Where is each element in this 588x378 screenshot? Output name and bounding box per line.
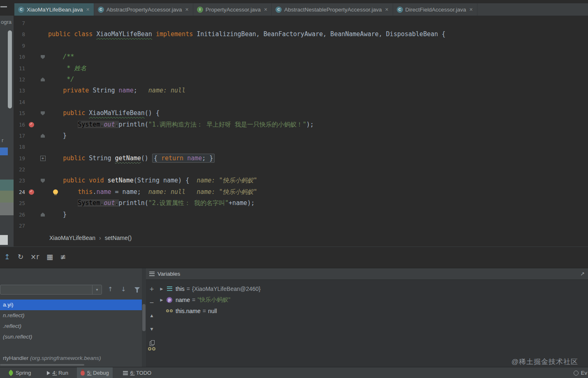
line-number[interactable]: 11	[14, 63, 25, 74]
code-line-8: 8public class XiaoMaYLifeBean implements…	[14, 29, 588, 40]
line-number[interactable]: 9	[14, 40, 25, 51]
line-number[interactable]: 18	[14, 141, 25, 152]
gutter-breakpoint-slot[interactable]	[25, 119, 37, 130]
tab-2[interactable]: CAbstractPropertyAccessor.java×	[94, 3, 193, 16]
duplicate-watch-icon[interactable]	[150, 340, 154, 346]
close-icon[interactable]: ×	[185, 7, 189, 12]
intention-bulb-icon[interactable]	[53, 189, 58, 194]
folded-code-block[interactable]: { return name; }	[152, 154, 215, 163]
move-watch-down-icon[interactable]: ▼	[150, 326, 153, 334]
frame-up-icon[interactable]: ↑	[108, 286, 113, 293]
watermark: @稀土掘金技术社区	[512, 357, 578, 366]
stack-frame-row[interactable]: rtyHandler (org.springframework.beans)	[0, 353, 142, 364]
line-number[interactable]: 12	[14, 74, 25, 85]
threads-combo[interactable]: ▼	[0, 285, 102, 295]
fold-close-icon[interactable]	[41, 77, 45, 81]
stack-frame-row[interactable]: .reflect)	[0, 321, 142, 332]
project-scrollbar-thumb[interactable]	[8, 30, 12, 108]
code-token: {	[154, 154, 161, 162]
project-selected-item-sliver[interactable]	[0, 148, 8, 155]
line-number[interactable]: 13	[14, 85, 25, 96]
clear-icon[interactable]: ×r	[30, 253, 39, 261]
layout-settings-icon[interactable]: ≢	[60, 253, 66, 261]
gutter-fold-slot[interactable]	[37, 175, 48, 186]
tab-5[interactable]: CDirectFieldAccessor.java×	[393, 3, 477, 16]
frame-down-icon[interactable]: ↓	[121, 286, 126, 293]
line-number[interactable]: 23	[14, 175, 25, 186]
line-number[interactable]: 19	[14, 153, 25, 164]
stack-frame-row[interactable]: (sun.reflect)	[0, 332, 142, 342]
line-number[interactable]: 8	[14, 29, 25, 40]
tab-4[interactable]: CAbstractNestablePropertyAccessor.java×	[272, 3, 393, 16]
chevron-down-icon[interactable]: ▼	[92, 285, 102, 294]
add-watch-icon[interactable]: +	[149, 285, 154, 293]
variable-row[interactable]: ▶this={XiaoMaYLifeBean@2460}	[157, 283, 588, 294]
expand-arrow-icon[interactable]: ▶	[157, 298, 166, 302]
line-number[interactable]: 25	[14, 198, 25, 209]
close-icon[interactable]: ×	[264, 7, 267, 12]
frames-scrollbar-thumb[interactable]	[142, 304, 146, 331]
gutter-fold-slot[interactable]	[37, 130, 48, 141]
line-number[interactable]: 22	[14, 164, 25, 175]
event-log-fragment[interactable]: Ev	[574, 367, 588, 378]
stack-frame-row[interactable]: n.reflect)	[0, 310, 142, 321]
tab-3[interactable]: IPropertyAccessor.java×	[193, 3, 272, 16]
line-number[interactable]: 10	[14, 51, 25, 62]
close-icon[interactable]: ×	[469, 7, 472, 12]
restore-layout-icon[interactable]: ↗	[580, 271, 585, 277]
fold-open-icon[interactable]	[41, 111, 45, 115]
code-line-11: 11 * 姓名	[14, 63, 588, 74]
close-icon[interactable]: ×	[385, 7, 388, 12]
variable-row[interactable]: this.name=null	[157, 305, 588, 316]
line-number[interactable]: 14	[14, 97, 25, 108]
breadcrumb-item[interactable]: setName()	[105, 235, 132, 241]
statusbar-item-6-todo[interactable]: 6: TODO	[119, 367, 155, 378]
show-watches-icon[interactable]	[148, 347, 155, 351]
code-token: System.	[78, 199, 104, 207]
fold-close-icon[interactable]	[41, 134, 45, 138]
fold-open-icon[interactable]	[41, 55, 45, 59]
code-token: */	[48, 76, 74, 83]
gutter-fold-slot[interactable]	[37, 108, 48, 119]
status-bar: Spring4: Run5: Debug6: TODO Ev	[0, 367, 588, 378]
line-number[interactable]: 27	[14, 220, 25, 231]
line-number[interactable]: 7	[14, 18, 25, 29]
fold-close-icon[interactable]	[41, 212, 45, 217]
close-icon[interactable]: ×	[86, 7, 90, 12]
gutter-breakpoint-slot[interactable]	[25, 187, 37, 198]
variable-row[interactable]: ▶pname="快乐小蚂蚁"	[157, 294, 588, 305]
gutter-fold-slot[interactable]	[37, 51, 48, 62]
frames-hscrollbar-thumb[interactable]	[0, 364, 84, 366]
stack-frame-row[interactable]: a.yi)	[0, 300, 142, 310]
show-execution-point-icon[interactable]: ↥	[4, 253, 10, 261]
tab-label: AbstractPropertyAccessor.java	[106, 7, 182, 13]
gutter-fold-slot[interactable]	[37, 74, 48, 85]
line-number[interactable]: 16	[14, 119, 25, 130]
line-number[interactable]: 17	[14, 130, 25, 141]
gutter-fold-slot[interactable]: +	[37, 153, 48, 164]
line-number[interactable]: 26	[14, 209, 25, 220]
breakpoint-icon[interactable]	[29, 189, 34, 195]
gutter-fold-slot[interactable]	[37, 209, 48, 220]
statusbar-item-5-debug[interactable]: 5: Debug	[77, 367, 113, 378]
frames-scrollbar[interactable]	[142, 268, 146, 367]
breakpoint-icon[interactable]	[29, 122, 34, 127]
statusbar-item-4-run[interactable]: 4: Run	[43, 367, 72, 378]
expand-arrow-icon[interactable]: ▶	[157, 287, 166, 291]
move-watch-up-icon[interactable]: ▲	[150, 312, 153, 320]
rerun-icon[interactable]: ↻	[18, 253, 23, 261]
code-token: private	[63, 87, 93, 94]
line-number[interactable]: 15	[14, 108, 25, 119]
value-icon	[166, 286, 173, 291]
code-editor[interactable]: 78public class XiaoMaYLifeBean implement…	[14, 16, 588, 247]
remove-watch-icon[interactable]: −	[149, 299, 154, 307]
breadcrumb-item[interactable]: XiaoMaYLifeBean	[49, 235, 95, 241]
line-number[interactable]: 24	[14, 187, 25, 198]
filter-icon[interactable]	[134, 287, 140, 293]
statusbar-item-spring[interactable]: Spring	[5, 367, 35, 378]
fold-open-icon[interactable]	[41, 179, 45, 183]
tab-1[interactable]: CXiaoMaYLifeBean.java×	[14, 3, 94, 16]
folded-region-icon[interactable]: +	[40, 156, 46, 161]
code-token: () {	[145, 109, 160, 117]
grid-icon[interactable]: ▦	[46, 253, 53, 261]
